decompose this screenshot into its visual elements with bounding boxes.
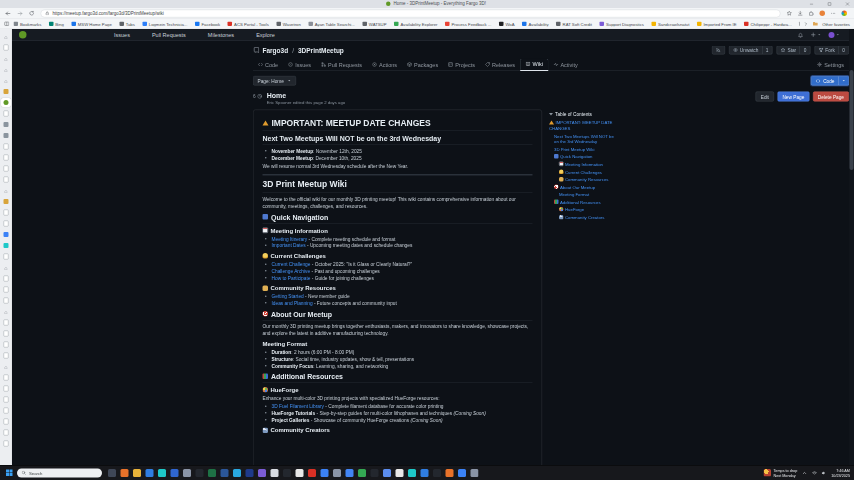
browser-menu-icon[interactable] — [831, 11, 837, 17]
copilot-icon[interactable] — [842, 11, 848, 17]
favorite-star-icon[interactable] — [787, 11, 793, 17]
wiki-page-dropdown[interactable]: Page: Home — [253, 76, 296, 86]
taskbar-app-icon[interactable] — [208, 469, 216, 477]
bookmarks-overflow-icon[interactable] — [804, 21, 809, 26]
bookmark-item[interactable]: Availability — [522, 21, 549, 26]
maximize-button[interactable] — [827, 2, 832, 7]
taskbar-app-icon[interactable] — [171, 469, 179, 477]
tab-settings[interactable]: Settings — [812, 60, 849, 71]
minimize-button[interactable] — [809, 2, 814, 7]
vertical-tab[interactable] — [0, 119, 12, 130]
tray-overflow-chevron-icon[interactable] — [802, 470, 807, 475]
fork-button[interactable]: Fork0 — [814, 46, 849, 55]
taskbar-app-icon[interactable] — [308, 469, 316, 477]
gitea-logo-icon[interactable] — [19, 31, 27, 39]
volume-icon[interactable] — [821, 470, 826, 475]
vertical-tab[interactable] — [0, 372, 12, 383]
taskbar-weather[interactable]: Temps to drop Next Monday — [763, 468, 797, 477]
bookmark-item[interactable]: Logmein Technicia... — [142, 21, 187, 26]
vertical-tab[interactable] — [0, 240, 12, 251]
vertical-tab[interactable] — [0, 163, 12, 174]
taskbar-app-icon[interactable] — [371, 469, 379, 477]
toc-collapse-icon[interactable] — [549, 113, 553, 116]
vertical-tab[interactable] — [0, 394, 12, 405]
bookmark-item[interactable]: Sandcrawlsnatut — [651, 21, 689, 26]
wiki-revisions-button[interactable]: 6 — [253, 94, 263, 100]
browser-profile-avatar[interactable] — [820, 11, 826, 17]
address-bar[interactable]: https://meetup.fargo3d.com/fargo3d/3DPri… — [41, 9, 781, 17]
taskbar-app-icon[interactable] — [433, 469, 441, 477]
bookmark-item[interactable]: Process Feedback ... — [445, 21, 491, 26]
vertical-tab[interactable] — [0, 438, 12, 449]
bookmark-item[interactable]: Chilipeppr - Hardwa... — [744, 21, 792, 26]
vertical-tab[interactable] — [0, 152, 12, 163]
toc-link[interactable]: Current Challenges — [549, 169, 615, 175]
toc-link[interactable]: HueForge — [549, 207, 615, 213]
content-link[interactable]: Meeting Itinerary — [272, 236, 308, 242]
bookmark-item[interactable]: RAT Soft Credit — [556, 21, 592, 26]
edit-button[interactable]: Edit — [756, 92, 774, 102]
vertical-tab[interactable] — [0, 196, 12, 207]
taskbar-app-icon[interactable] — [383, 469, 391, 477]
back-button[interactable] — [5, 10, 11, 16]
bookmark-item[interactable]: MSW Home Page — [71, 21, 112, 26]
vertical-tab[interactable]: ⌂ — [0, 75, 12, 86]
vertical-tab[interactable] — [0, 350, 12, 361]
vertical-tab[interactable] — [0, 427, 12, 438]
vertical-tab[interactable]: ⌂ — [0, 306, 12, 317]
vertical-tab[interactable]: ⌂ — [0, 64, 12, 75]
taskbar-search[interactable]: Search — [17, 468, 102, 477]
vertical-tab[interactable] — [0, 339, 12, 350]
content-link[interactable]: Important Dates — [272, 243, 306, 249]
taskbar-app-icon[interactable] — [446, 469, 454, 477]
navbar-item-pull-requests[interactable]: Pull Requests — [152, 32, 186, 38]
tab-activity[interactable]: Activity — [548, 60, 582, 71]
bookmark-item[interactable]: Availability Explorer — [394, 21, 438, 26]
content-link[interactable]: 3D Fuel Filament Library — [272, 403, 325, 409]
rss-feed-button[interactable] — [712, 46, 725, 55]
start-button[interactable] — [6, 469, 13, 476]
repo-name-link[interactable]: 3DPrintMeetup — [298, 46, 344, 54]
vertical-tab[interactable] — [0, 218, 12, 229]
navbar-item-milestones[interactable]: Milestones — [208, 32, 234, 38]
taskbar-app-icon[interactable] — [408, 469, 416, 477]
vertical-tab[interactable]: ⌂ — [0, 361, 12, 372]
toc-link[interactable]: 3D Print Meetup Wiki — [549, 147, 615, 153]
tab-actions[interactable]: Actions — [367, 60, 402, 71]
extensions-icon[interactable] — [809, 11, 815, 17]
bookmark-item[interactable]: WoA — [499, 21, 515, 26]
taskbar-app-icon[interactable] — [471, 469, 479, 477]
toc-link[interactable]: Quick Navigation — [549, 154, 615, 160]
taskbar-app-icon[interactable] — [108, 469, 116, 477]
notifications-bell-icon[interactable] — [798, 32, 804, 38]
vertical-tab[interactable] — [0, 86, 12, 97]
taskbar-app-icon[interactable] — [271, 469, 279, 477]
taskbar-app-icon[interactable] — [183, 469, 191, 477]
downloads-icon[interactable] — [798, 11, 804, 17]
tab-wiki[interactable]: Wiki — [520, 59, 548, 72]
content-link[interactable]: How to Participate — [272, 275, 311, 281]
unwatch-button[interactable]: Unwatch1 — [729, 46, 773, 55]
vertical-tab[interactable] — [0, 295, 12, 306]
toc-link[interactable]: Additional Resources — [549, 200, 615, 206]
taskbar-app-icon[interactable] — [246, 469, 254, 477]
bookmark-item[interactable]: Support Diagnostics — [599, 21, 644, 26]
vertical-tab[interactable] — [0, 328, 12, 339]
star-count[interactable]: 0 — [800, 46, 810, 54]
navbar-item-explore[interactable]: Explore — [256, 32, 275, 38]
taskbar-app-icon[interactable] — [146, 469, 154, 477]
content-link[interactable]: Getting Started — [272, 294, 304, 300]
network-icon[interactable] — [812, 470, 817, 475]
taskbar-app-icon[interactable] — [158, 469, 166, 477]
bookmark-item[interactable]: Imported From IE — [697, 21, 737, 26]
bookmark-item[interactable]: Tabs — [119, 21, 134, 26]
tab-releases[interactable]: Releases — [480, 60, 520, 71]
vertical-tab[interactable] — [0, 108, 12, 119]
vertical-tab[interactable] — [0, 416, 12, 427]
delete-page-button[interactable]: Delete Page — [813, 92, 849, 102]
unwatch-count[interactable]: 1 — [762, 46, 772, 54]
vertical-tab[interactable] — [0, 174, 12, 185]
vertical-tab[interactable]: ⌂ — [0, 262, 12, 273]
vertical-tab[interactable] — [0, 284, 12, 295]
tab-issues[interactable]: Issues — [283, 60, 316, 71]
